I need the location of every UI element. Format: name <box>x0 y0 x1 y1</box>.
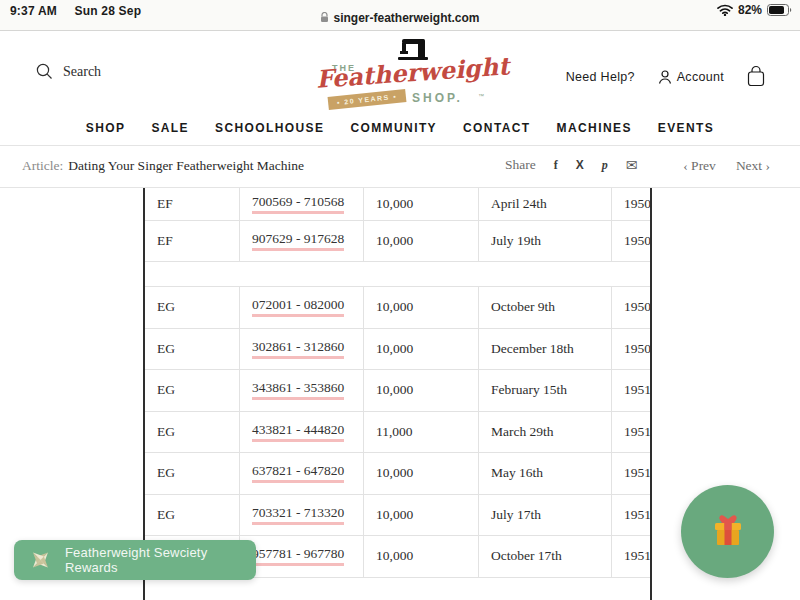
account-icon <box>657 69 673 85</box>
nav-item-community[interactable]: COMMUNITY <box>350 121 437 135</box>
nav-item-events[interactable]: EVENTS <box>658 121 714 135</box>
serial-range-link[interactable]: 072001 - 082000 <box>252 297 344 317</box>
nav-item-schoolhouse[interactable]: SCHOOLHOUSE <box>215 121 324 135</box>
serial-range-link[interactable]: 957781 - 967780 <box>252 546 344 566</box>
table-cell-date: March 29th <box>479 412 612 453</box>
table-cell-serial: 302861 - 312860 <box>240 329 364 370</box>
table-cell-prefix: EF <box>145 221 240 261</box>
serial-range-link[interactable]: 637821 - 647820 <box>252 463 344 483</box>
table-row: EG637821 - 64782010,000May 16th1951 <box>145 453 650 495</box>
table-cell-date: July 17th <box>479 495 612 536</box>
gift-icon <box>706 510 750 554</box>
address-bar[interactable]: singer-featherweight.com <box>0 11 800 25</box>
x-icon[interactable]: X <box>576 158 584 172</box>
url-text: singer-featherweight.com <box>333 11 479 25</box>
search-label: Search <box>63 64 101 80</box>
cart-bag-icon[interactable] <box>746 65 766 88</box>
table-cell-prefix: EF <box>145 188 240 220</box>
table-cell-qty: 10,000 <box>364 188 479 220</box>
table-cell-serial: 072001 - 082000 <box>240 287 364 328</box>
table-cell-serial: 703321 - 713320 <box>240 495 364 536</box>
lock-icon <box>320 12 329 23</box>
serial-range-link[interactable]: 907629 - 917628 <box>252 231 344 251</box>
nav-item-shop[interactable]: SHOP <box>86 121 126 135</box>
status-right: 82% <box>717 3 792 17</box>
serial-range-link[interactable]: 703321 - 713320 <box>252 505 344 525</box>
table-cell-date: October 17th <box>479 536 612 577</box>
table-cell-year: 1951 <box>612 453 650 494</box>
share-group: Share fXp✉ <box>505 157 638 173</box>
pinterest-icon[interactable]: p <box>602 158 608 173</box>
wifi-icon <box>717 4 733 16</box>
table-row: EG302861 - 31286010,000December 18th1950 <box>145 329 650 371</box>
table-cell-year: 1950 <box>612 287 650 328</box>
table-row: EG072001 - 08200010,000October 9th1950 <box>145 287 650 329</box>
table-cell-qty: 10,000 <box>364 329 479 370</box>
table-row: EF700569 - 71056810,000April 24th1950 <box>145 188 650 221</box>
table-row: EG433821 - 44482011,000March 29th1951 <box>145 412 650 454</box>
safari-window: 9:37 AM Sun 28 Sep singer-featherweight.… <box>0 0 800 600</box>
battery-icon <box>767 4 792 16</box>
serial-table-eg: EG072001 - 08200010,000October 9th1950EG… <box>145 286 650 578</box>
table-cell-qty: 11,000 <box>364 412 479 453</box>
table-row: EF907629 - 91762810,000July 19th1950 <box>145 221 650 262</box>
table-cell-serial: 433821 - 444820 <box>240 412 364 453</box>
serial-range-link[interactable]: 343861 - 353860 <box>252 380 344 400</box>
serial-table-ef: EF700569 - 71056810,000April 24th1950EF9… <box>145 188 650 262</box>
table-cell-serial: 700569 - 710568 <box>240 188 364 220</box>
table-row: EG703321 - 71332010,000July 17th1951 <box>145 495 650 537</box>
table-cell-year: 1951 <box>612 495 650 536</box>
table-cell-qty: 10,000 <box>364 221 479 261</box>
table-cell-prefix: EG <box>145 495 240 536</box>
search-button[interactable]: Search <box>36 63 101 80</box>
email-icon[interactable]: ✉ <box>626 157 638 173</box>
pager: ‹ Prev Next › <box>683 158 770 174</box>
logo-trademark: ™ <box>478 93 484 99</box>
main-nav: SHOPSALESCHOOLHOUSECOMMUNITYCONTACTMACHI… <box>0 111 800 146</box>
logo-banner-text: • 20 YEARS • <box>337 93 398 106</box>
table-outer-border-right <box>650 188 652 600</box>
article-content: EF700569 - 71056810,000April 24th1950EF9… <box>0 188 800 600</box>
table-cell-year: 1950 <box>612 329 650 370</box>
table-cell-year: 1951 <box>612 370 650 411</box>
table-row: EG343861 - 35386010,000February 15th1951 <box>145 370 650 412</box>
status-bar: 9:37 AM Sun 28 Sep singer-featherweight.… <box>0 0 800 31</box>
account-link[interactable]: Account <box>657 69 724 85</box>
table-cell-year: 1951 <box>612 536 650 577</box>
table-cell-date: December 18th <box>479 329 612 370</box>
account-label: Account <box>677 70 724 84</box>
table-cell-serial: 637821 - 647820 <box>240 453 364 494</box>
table-cell-date: February 15th <box>479 370 612 411</box>
next-button[interactable]: Next › <box>736 158 770 174</box>
rewards-toast[interactable]: Featherweight Sewciety Rewards <box>14 540 256 580</box>
table-cell-qty: 10,000 <box>364 370 479 411</box>
serial-range-link[interactable]: 433821 - 444820 <box>252 422 344 442</box>
table-cell-year: 1951 <box>612 412 650 453</box>
sewciety-pinwheel-icon <box>28 547 53 573</box>
article-label: Article: <box>22 158 63 173</box>
table-cell-year: 1950 <box>612 188 650 220</box>
need-help-link[interactable]: Need Help? <box>566 70 635 84</box>
facebook-icon[interactable]: f <box>554 158 558 173</box>
serial-range-link[interactable]: 302861 - 312860 <box>252 339 344 359</box>
table-cell-date: October 9th <box>479 287 612 328</box>
table-cell-qty: 10,000 <box>364 453 479 494</box>
serial-range-link[interactable]: 700569 - 710568 <box>252 194 344 214</box>
table-cell-qty: 10,000 <box>364 287 479 328</box>
table-cell-qty: 10,000 <box>364 536 479 577</box>
prev-button[interactable]: ‹ Prev <box>683 158 716 174</box>
nav-item-contact[interactable]: CONTACT <box>463 121 531 135</box>
table-cell-serial: 907629 - 917628 <box>240 221 364 261</box>
table-cell-year: 1950 <box>612 221 650 261</box>
table-cell-prefix: EG <box>145 453 240 494</box>
nav-item-machines[interactable]: MACHINES <box>557 121 632 135</box>
nav-item-sale[interactable]: SALE <box>151 121 189 135</box>
rewards-toast-label: Featherweight Sewciety Rewards <box>65 545 256 575</box>
shop-logo[interactable]: THE Featherweight SHOP. ™ • 20 YEARS • <box>310 35 490 111</box>
rewards-gift-button[interactable] <box>681 485 774 578</box>
logo-shop: SHOP. <box>412 91 463 105</box>
share-label: Share <box>505 157 536 173</box>
header-utilities: Need Help? Account <box>566 65 766 88</box>
logo-name: Featherweight <box>315 53 485 94</box>
table-cell-prefix: EG <box>145 329 240 370</box>
